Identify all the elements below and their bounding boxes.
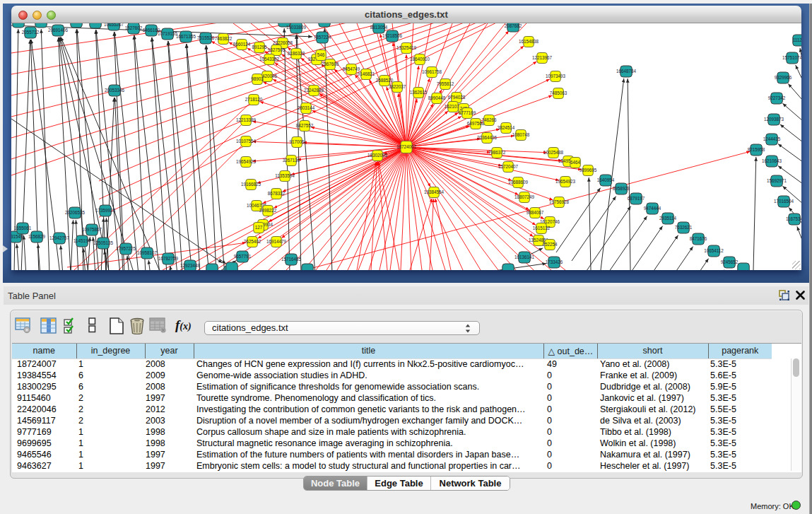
svg-text:3824514: 3824514 (498, 125, 515, 130)
svg-text:18640910: 18640910 (410, 57, 430, 62)
svg-text:16033809: 16033809 (286, 25, 307, 30)
svg-text:546: 546 (317, 52, 325, 57)
svg-text:10025488: 10025488 (543, 150, 564, 155)
svg-text:1615132: 1615132 (533, 226, 551, 230)
svg-text:2935114: 2935114 (659, 216, 677, 221)
svg-text:8215958: 8215958 (748, 147, 765, 152)
svg-text:6794028: 6794028 (448, 95, 466, 100)
svg-text:9227342: 9227342 (768, 95, 786, 100)
svg-text:1640954: 1640954 (597, 177, 615, 182)
svg-text:10688609: 10688609 (508, 180, 529, 185)
svg-text:9327505: 9327505 (268, 47, 286, 52)
svg-text:9474444: 9474444 (644, 206, 661, 211)
svg-text:12093873: 12093873 (764, 117, 784, 122)
svg-text:15716485: 15716485 (281, 257, 302, 262)
svg-text:2087682: 2087682 (505, 23, 522, 28)
svg-text:19218506: 19218506 (382, 33, 403, 38)
svg-text:3267130: 3267130 (283, 158, 300, 163)
svg-text:1655061: 1655061 (14, 226, 32, 230)
svg-text:1145194: 1145194 (73, 238, 91, 243)
svg-text:8471676: 8471676 (690, 236, 707, 241)
svg-text:8454749: 8454749 (343, 66, 360, 71)
svg-text:11353594: 11353594 (275, 173, 295, 178)
svg-text:10654112: 10654112 (704, 248, 724, 253)
svg-text:15751074: 15751074 (782, 55, 801, 60)
svg-text:98903: 98903 (251, 76, 264, 81)
svg-text:18302095: 18302095 (367, 153, 388, 158)
svg-text:16671355: 16671355 (176, 34, 196, 39)
svg-text:1733426: 1733426 (546, 259, 563, 264)
svg-text:19384554: 19384554 (424, 189, 445, 194)
svg-text:8427552: 8427552 (296, 123, 314, 128)
svg-text:17957225: 17957225 (116, 246, 136, 251)
svg-text:127: 127 (255, 225, 263, 230)
svg-text:11123: 11123 (793, 37, 801, 42)
svg-text:16914479: 16914479 (266, 239, 287, 244)
svg-text:16210643: 16210643 (762, 158, 782, 163)
svg-text:16136141: 16136141 (514, 255, 535, 259)
svg-text:16782759: 16782759 (158, 256, 179, 261)
svg-text:7857224: 7857224 (314, 35, 331, 40)
svg-text:6464: 6464 (570, 160, 581, 165)
svg-text:10973493: 10973493 (546, 74, 566, 78)
svg-text:1156829: 1156829 (28, 234, 46, 239)
svg-text:16154838: 16154838 (519, 39, 539, 44)
svg-text:9329966: 9329966 (775, 75, 792, 80)
svg-text:2367608: 2367608 (322, 62, 339, 66)
svg-text:8813054: 8813054 (370, 25, 388, 30)
svg-text:7625402: 7625402 (244, 239, 261, 244)
svg-text:9245652: 9245652 (721, 259, 739, 264)
svg-text:8990448: 8990448 (428, 95, 446, 100)
svg-text:891295: 891295 (252, 45, 267, 49)
svg-text:18724007: 18724007 (396, 144, 417, 149)
svg-text:9777169: 9777169 (459, 110, 476, 115)
svg-text:17359928: 17359928 (95, 208, 116, 213)
svg-text:7485063: 7485063 (550, 90, 567, 95)
svg-text:19654925: 19654925 (236, 159, 257, 164)
svg-text:10975867: 10975867 (82, 227, 102, 232)
svg-text:746266: 746266 (481, 117, 497, 122)
svg-text:3498222: 3498222 (259, 208, 277, 213)
svg-text:252254: 252254 (542, 242, 558, 247)
svg-text:1080748: 1080748 (512, 132, 530, 137)
svg-text:12923448: 12923448 (180, 263, 201, 268)
svg-text:8186328: 8186328 (288, 51, 305, 56)
svg-text:20691406: 20691406 (48, 28, 69, 33)
svg-text:9899695: 9899695 (579, 168, 597, 173)
svg-text:9146821: 9146821 (358, 71, 375, 76)
svg-text:2718120: 2718120 (245, 97, 263, 102)
svg-text:7515526: 7515526 (197, 35, 215, 40)
svg-text:1527602: 1527602 (125, 25, 143, 30)
svg-text:10543382: 10543382 (259, 57, 280, 62)
svg-text:19166825: 19166825 (241, 182, 261, 187)
svg-text:12942757: 12942757 (49, 235, 70, 240)
svg-text:12213389: 12213389 (236, 117, 257, 122)
svg-text:8678332: 8678332 (268, 191, 286, 196)
svg-text:6879197: 6879197 (628, 196, 645, 201)
svg-text:10958107: 10958107 (137, 250, 158, 255)
svg-text:20053346: 20053346 (105, 88, 125, 93)
svg-text:917006: 917006 (289, 139, 305, 144)
svg-text:9884067: 9884067 (526, 210, 544, 215)
svg-text:10961758: 10961758 (422, 69, 442, 74)
svg-text:7463822: 7463822 (215, 36, 233, 41)
svg-text:7632621: 7632621 (675, 225, 693, 230)
svg-text:2055712: 2055712 (22, 30, 40, 35)
svg-text:12213967: 12213967 (532, 55, 553, 60)
svg-text:15720407: 15720407 (498, 164, 519, 169)
svg-text:2803144: 2803144 (298, 105, 315, 110)
svg-text:1244415: 1244415 (763, 136, 781, 141)
svg-text:16648784: 16648784 (616, 69, 637, 74)
svg-text:12505135: 12505135 (93, 240, 114, 245)
svg-text:1362615: 1362615 (410, 90, 428, 95)
svg-text:20206535: 20206535 (65, 210, 86, 215)
svg-text:10719155: 10719155 (158, 31, 178, 36)
svg-text:331549: 331549 (11, 234, 23, 239)
svg-text:9657791: 9657791 (234, 254, 252, 259)
svg-text:7986372: 7986372 (488, 150, 506, 155)
svg-text:1167534: 1167534 (786, 216, 801, 221)
svg-text:20364436: 20364436 (477, 135, 498, 140)
svg-text:2588520: 2588520 (376, 78, 394, 83)
svg-text:3822037: 3822037 (389, 84, 406, 89)
svg-text:10107554: 10107554 (236, 139, 257, 144)
